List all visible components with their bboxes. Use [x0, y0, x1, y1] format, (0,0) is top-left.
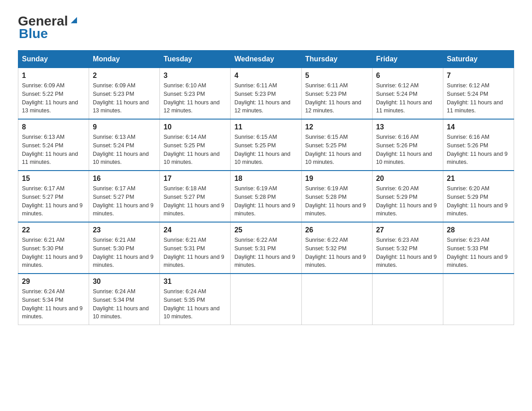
day-number: 22 [22, 226, 85, 234]
day-info: Sunrise: 6:19 AMSunset: 5:28 PMDaylight:… [234, 185, 295, 217]
calendar-cell: 3 Sunrise: 6:10 AMSunset: 5:23 PMDayligh… [160, 68, 231, 120]
day-number: 2 [93, 72, 156, 80]
calendar-cell: 23 Sunrise: 6:21 AMSunset: 5:30 PMDaylig… [89, 222, 160, 274]
calendar-cell: 10 Sunrise: 6:14 AMSunset: 5:25 PMDaylig… [160, 119, 231, 171]
day-info: Sunrise: 6:16 AMSunset: 5:26 PMDaylight:… [447, 134, 508, 165]
calendar-cell: 31 Sunrise: 6:24 AMSunset: 5:35 PMDaylig… [160, 274, 231, 325]
logo: General Blue [18, 13, 79, 41]
calendar-week-row: 1 Sunrise: 6:09 AMSunset: 5:22 PMDayligh… [18, 68, 514, 120]
day-info: Sunrise: 6:23 AMSunset: 5:32 PMDaylight:… [376, 237, 437, 268]
day-info: Sunrise: 6:11 AMSunset: 5:23 PMDaylight:… [234, 82, 290, 114]
day-number: 7 [447, 72, 510, 80]
day-info: Sunrise: 6:22 AMSunset: 5:32 PMDaylight:… [305, 237, 366, 268]
calendar-cell: 15 Sunrise: 6:17 AMSunset: 5:27 PMDaylig… [18, 171, 89, 222]
day-number: 25 [234, 226, 297, 234]
calendar-cell: 12 Sunrise: 6:15 AMSunset: 5:25 PMDaylig… [301, 119, 372, 171]
day-info: Sunrise: 6:11 AMSunset: 5:23 PMDaylight:… [305, 82, 361, 114]
calendar-cell [372, 274, 443, 325]
svg-marker-0 [71, 17, 77, 23]
weekday-header-row: SundayMondayTuesdayWednesdayThursdayFrid… [18, 51, 514, 68]
day-info: Sunrise: 6:12 AMSunset: 5:24 PMDaylight:… [447, 82, 503, 114]
day-info: Sunrise: 6:13 AMSunset: 5:24 PMDaylight:… [93, 134, 149, 165]
day-info: Sunrise: 6:20 AMSunset: 5:29 PMDaylight:… [376, 185, 437, 217]
day-number: 3 [163, 72, 227, 80]
day-number: 21 [447, 175, 510, 183]
calendar-cell [443, 274, 514, 325]
day-info: Sunrise: 6:18 AMSunset: 5:27 PMDaylight:… [163, 185, 224, 217]
day-number: 9 [93, 123, 156, 131]
day-info: Sunrise: 6:15 AMSunset: 5:25 PMDaylight:… [234, 134, 290, 165]
day-number: 28 [447, 226, 510, 234]
calendar-cell: 11 Sunrise: 6:15 AMSunset: 5:25 PMDaylig… [231, 119, 301, 171]
day-number: 10 [163, 123, 227, 131]
weekday-header-friday: Friday [372, 51, 443, 68]
calendar-week-row: 22 Sunrise: 6:21 AMSunset: 5:30 PMDaylig… [18, 222, 514, 274]
day-number: 31 [163, 278, 227, 286]
day-info: Sunrise: 6:17 AMSunset: 5:27 PMDaylight:… [22, 185, 83, 217]
day-number: 11 [234, 123, 297, 131]
day-info: Sunrise: 6:20 AMSunset: 5:29 PMDaylight:… [447, 185, 508, 217]
day-number: 12 [305, 123, 369, 131]
calendar-cell: 7 Sunrise: 6:12 AMSunset: 5:24 PMDayligh… [443, 68, 514, 120]
day-info: Sunrise: 6:23 AMSunset: 5:33 PMDaylight:… [447, 237, 508, 268]
day-number: 20 [376, 175, 439, 183]
day-info: Sunrise: 6:09 AMSunset: 5:22 PMDaylight:… [22, 82, 78, 114]
day-info: Sunrise: 6:21 AMSunset: 5:30 PMDaylight:… [93, 237, 154, 268]
day-number: 26 [305, 226, 369, 234]
calendar-cell [231, 274, 301, 325]
weekday-header-tuesday: Tuesday [160, 51, 231, 68]
calendar-cell: 1 Sunrise: 6:09 AMSunset: 5:22 PMDayligh… [18, 68, 89, 120]
day-info: Sunrise: 6:24 AMSunset: 5:34 PMDaylight:… [93, 288, 149, 320]
day-number: 14 [447, 123, 510, 131]
day-info: Sunrise: 6:21 AMSunset: 5:30 PMDaylight:… [22, 237, 83, 268]
weekday-header-sunday: Sunday [18, 51, 89, 68]
day-info: Sunrise: 6:16 AMSunset: 5:26 PMDaylight:… [376, 134, 432, 165]
calendar-cell: 21 Sunrise: 6:20 AMSunset: 5:29 PMDaylig… [443, 171, 514, 222]
logo-triangle-icon [69, 15, 79, 25]
calendar-cell: 8 Sunrise: 6:13 AMSunset: 5:24 PMDayligh… [18, 119, 89, 171]
calendar-cell: 18 Sunrise: 6:19 AMSunset: 5:28 PMDaylig… [231, 171, 301, 222]
calendar-cell: 24 Sunrise: 6:21 AMSunset: 5:31 PMDaylig… [160, 222, 231, 274]
calendar-cell: 13 Sunrise: 6:16 AMSunset: 5:26 PMDaylig… [372, 119, 443, 171]
day-number: 23 [93, 226, 156, 234]
day-info: Sunrise: 6:09 AMSunset: 5:23 PMDaylight:… [93, 82, 149, 114]
calendar-table: SundayMondayTuesdayWednesdayThursdayFrid… [18, 50, 514, 325]
calendar-cell: 28 Sunrise: 6:23 AMSunset: 5:33 PMDaylig… [443, 222, 514, 274]
weekday-header-thursday: Thursday [301, 51, 372, 68]
day-number: 8 [22, 123, 85, 131]
day-number: 17 [163, 175, 227, 183]
calendar-cell: 2 Sunrise: 6:09 AMSunset: 5:23 PMDayligh… [89, 68, 160, 120]
calendar-cell: 9 Sunrise: 6:13 AMSunset: 5:24 PMDayligh… [89, 119, 160, 171]
calendar-cell: 30 Sunrise: 6:24 AMSunset: 5:34 PMDaylig… [89, 274, 160, 325]
day-info: Sunrise: 6:24 AMSunset: 5:35 PMDaylight:… [163, 288, 219, 320]
calendar-cell: 19 Sunrise: 6:19 AMSunset: 5:28 PMDaylig… [301, 171, 372, 222]
day-number: 19 [305, 175, 369, 183]
calendar-week-row: 29 Sunrise: 6:24 AMSunset: 5:34 PMDaylig… [18, 274, 514, 325]
calendar-cell: 5 Sunrise: 6:11 AMSunset: 5:23 PMDayligh… [301, 68, 372, 120]
weekday-header-wednesday: Wednesday [231, 51, 301, 68]
day-number: 6 [376, 72, 439, 80]
weekday-header-saturday: Saturday [443, 51, 514, 68]
day-number: 16 [93, 175, 156, 183]
day-number: 5 [305, 72, 369, 80]
calendar-week-row: 15 Sunrise: 6:17 AMSunset: 5:27 PMDaylig… [18, 171, 514, 222]
day-info: Sunrise: 6:22 AMSunset: 5:31 PMDaylight:… [234, 237, 295, 268]
calendar-cell: 6 Sunrise: 6:12 AMSunset: 5:24 PMDayligh… [372, 68, 443, 120]
day-info: Sunrise: 6:10 AMSunset: 5:23 PMDaylight:… [163, 82, 219, 114]
calendar-cell: 29 Sunrise: 6:24 AMSunset: 5:34 PMDaylig… [18, 274, 89, 325]
weekday-header-monday: Monday [89, 51, 160, 68]
calendar-cell: 27 Sunrise: 6:23 AMSunset: 5:32 PMDaylig… [372, 222, 443, 274]
day-number: 15 [22, 175, 85, 183]
day-info: Sunrise: 6:12 AMSunset: 5:24 PMDaylight:… [376, 82, 432, 114]
day-number: 13 [376, 123, 439, 131]
page-header: General Blue [18, 13, 514, 41]
day-info: Sunrise: 6:14 AMSunset: 5:25 PMDaylight:… [163, 134, 219, 165]
calendar-cell: 4 Sunrise: 6:11 AMSunset: 5:23 PMDayligh… [231, 68, 301, 120]
day-info: Sunrise: 6:19 AMSunset: 5:28 PMDaylight:… [305, 185, 366, 217]
calendar-cell: 25 Sunrise: 6:22 AMSunset: 5:31 PMDaylig… [231, 222, 301, 274]
calendar-week-row: 8 Sunrise: 6:13 AMSunset: 5:24 PMDayligh… [18, 119, 514, 171]
day-number: 1 [22, 72, 85, 80]
calendar-cell: 22 Sunrise: 6:21 AMSunset: 5:30 PMDaylig… [18, 222, 89, 274]
calendar-cell: 16 Sunrise: 6:17 AMSunset: 5:27 PMDaylig… [89, 171, 160, 222]
day-number: 4 [234, 72, 297, 80]
